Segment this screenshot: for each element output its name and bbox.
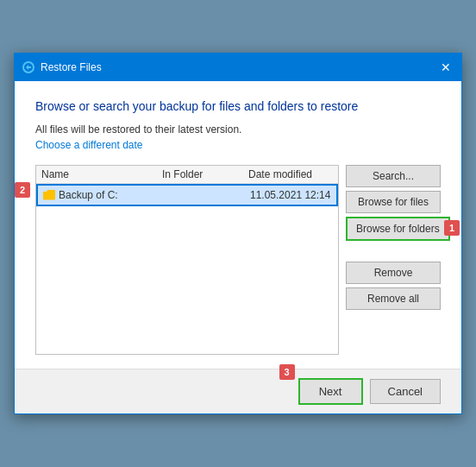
remove-button[interactable]: Remove bbox=[346, 262, 441, 284]
file-list-header: Name In Folder Date modified bbox=[36, 166, 338, 184]
browse-folders-button[interactable]: Browse for folders bbox=[346, 217, 450, 241]
file-list[interactable]: Name In Folder Date modified Backup of C… bbox=[35, 165, 339, 355]
search-button[interactable]: Search... bbox=[346, 165, 441, 187]
close-button[interactable]: ✕ bbox=[437, 59, 454, 76]
next-wrapper: 3 Next bbox=[298, 378, 363, 405]
annotation-badge-1: 1 bbox=[444, 220, 460, 236]
restore-icon bbox=[22, 60, 35, 74]
action-buttons: Search... Browse for files Browse for fo… bbox=[346, 165, 441, 355]
choose-date-link[interactable]: Choose a different date bbox=[35, 139, 441, 151]
sub-text: All files will be restored to their late… bbox=[35, 123, 441, 136]
footer: 3 Next Cancel bbox=[15, 369, 461, 413]
file-list-wrapper: Name In Folder Date modified Backup of C… bbox=[35, 165, 339, 355]
table-row[interactable]: Backup of C: 11.05.2021 12:14 bbox=[36, 184, 338, 206]
col-date-header: Date modified bbox=[248, 168, 333, 180]
remove-all-button[interactable]: Remove all bbox=[346, 287, 441, 310]
main-content: Browse or search your backup for files a… bbox=[15, 81, 461, 368]
browse-files-button[interactable]: Browse for files bbox=[346, 191, 441, 213]
cancel-button[interactable]: Cancel bbox=[370, 379, 441, 404]
restore-files-window: Restore Files ✕ Browse or search your ba… bbox=[14, 53, 462, 413]
main-area: Name In Folder Date modified Backup of C… bbox=[35, 165, 441, 355]
annotation-badge-3: 3 bbox=[279, 364, 295, 380]
spacer bbox=[346, 244, 441, 258]
file-date: 11.05.2021 12:14 bbox=[250, 189, 331, 201]
next-button[interactable]: Next bbox=[298, 378, 363, 405]
col-folder-header: In Folder bbox=[162, 168, 248, 180]
browse-folders-wrapper: Browse for folders 1 bbox=[346, 217, 441, 241]
page-heading: Browse or search your backup for files a… bbox=[35, 98, 441, 114]
file-name: Backup of C: bbox=[43, 189, 164, 201]
folder-icon bbox=[43, 190, 55, 200]
title-bar: Restore Files ✕ bbox=[15, 54, 461, 81]
title-bar-left: Restore Files bbox=[22, 60, 102, 74]
window-title: Restore Files bbox=[41, 61, 102, 73]
col-name-header: Name bbox=[41, 168, 162, 180]
annotation-badge-2: 2 bbox=[15, 182, 30, 198]
